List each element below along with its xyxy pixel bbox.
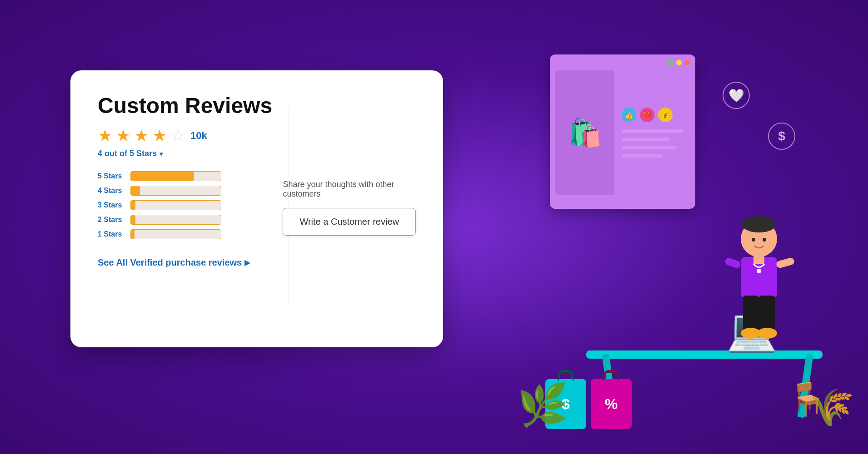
bar-fill-4 bbox=[131, 186, 140, 195]
plant-right: 🌾 bbox=[809, 386, 854, 429]
svg-point-11 bbox=[763, 238, 766, 242]
browser-dot-yellow bbox=[676, 60, 682, 65]
bar-row-2[interactable]: 2 Stars bbox=[98, 215, 229, 225]
svg-rect-4 bbox=[724, 257, 741, 269]
browser-line-4 bbox=[622, 154, 663, 158]
heart-deco-icon: 🤍 bbox=[723, 82, 750, 109]
rating-summary-text: 4 out of 5 Stars bbox=[98, 149, 157, 158]
browser-content: 🛍️ 👍 ❤️ 💰 bbox=[555, 70, 690, 195]
rating-dropdown-arrow[interactable]: ▾ bbox=[160, 150, 163, 158]
browser-dot-green bbox=[668, 60, 673, 65]
bar-fill-2 bbox=[131, 215, 135, 224]
see-all-text: See All Verified purchase reviews bbox=[98, 257, 242, 268]
svg-point-12 bbox=[757, 269, 761, 273]
bar-row-3[interactable]: 3 Stars bbox=[98, 200, 229, 210]
review-card: Custom Reviews ★ ★ ★ ★ ☆ 10k 4 out of 5 … bbox=[70, 70, 443, 347]
browser-dot-red bbox=[684, 60, 690, 65]
dollar-icon: 💰 bbox=[658, 108, 673, 122]
deco-heart-container: 🤍 bbox=[723, 82, 750, 109]
svg-rect-5 bbox=[776, 257, 795, 269]
person-illustration bbox=[713, 212, 804, 359]
bar-label-5: 5 Stars bbox=[98, 172, 125, 180]
thumbs-up-icon: 👍 bbox=[622, 108, 636, 122]
browser-bar bbox=[555, 60, 690, 65]
bar-track-5 bbox=[130, 171, 221, 181]
svg-rect-6 bbox=[743, 296, 759, 332]
svg-point-1 bbox=[742, 216, 776, 232]
browser-line-3 bbox=[622, 146, 676, 149]
browser-line-2 bbox=[622, 138, 669, 141]
bar-track-3 bbox=[130, 200, 221, 210]
bar-label-4: 4 Stars bbox=[98, 187, 125, 195]
review-count: 10k bbox=[190, 130, 207, 142]
share-text: Share your thoughts with other customers bbox=[283, 180, 401, 199]
person-svg bbox=[713, 212, 804, 357]
star-2: ★ bbox=[116, 126, 130, 145]
star-bars-section: 5 Stars 4 Stars 3 Stars bbox=[98, 171, 229, 244]
card-title: Custom Reviews bbox=[98, 93, 416, 118]
svg-rect-3 bbox=[753, 255, 764, 264]
bar-track-4 bbox=[130, 186, 221, 196]
star-5: ☆ bbox=[170, 126, 185, 145]
browser-right-panel: 👍 ❤️ 💰 bbox=[622, 70, 690, 195]
see-all-link[interactable]: See All Verified purchase reviews ▶ bbox=[98, 257, 416, 268]
heart-icon: ❤️ bbox=[640, 108, 654, 122]
browser-icons-row: 👍 ❤️ 💰 bbox=[622, 108, 690, 122]
svg-point-10 bbox=[752, 238, 755, 242]
star-3: ★ bbox=[134, 126, 149, 145]
bar-row-1[interactable]: 1 Stars bbox=[98, 229, 229, 239]
card-right-section: Share your thoughts with other customers… bbox=[283, 171, 416, 244]
star-1: ★ bbox=[98, 126, 112, 145]
browser-line-1 bbox=[622, 129, 683, 133]
bar-label-1: 1 Stars bbox=[98, 230, 125, 238]
svg-point-9 bbox=[757, 328, 777, 339]
browser-window: 🛍️ 👍 ❤️ 💰 bbox=[550, 54, 695, 209]
rating-summary[interactable]: 4 out of 5 Stars ▾ bbox=[98, 149, 416, 158]
bar-row-5[interactable]: 5 Stars bbox=[98, 171, 229, 181]
write-review-button[interactable]: Write a Customer review bbox=[283, 208, 416, 236]
plant-left: 🌿 bbox=[517, 381, 568, 429]
bar-track-2 bbox=[130, 215, 221, 225]
bag-percent-symbol: % bbox=[605, 396, 618, 413]
shopping-bag-browser-icon: 🛍️ bbox=[568, 117, 602, 149]
stars-row: ★ ★ ★ ★ ☆ 10k bbox=[98, 126, 416, 145]
bar-label-2: 2 Stars bbox=[98, 216, 125, 224]
browser-left-panel: 🛍️ bbox=[555, 70, 614, 195]
bag-percent: % bbox=[591, 379, 632, 429]
bar-fill-3 bbox=[131, 201, 135, 210]
see-all-chevron: ▶ bbox=[244, 258, 250, 267]
bar-fill-1 bbox=[131, 230, 135, 239]
svg-rect-7 bbox=[759, 296, 775, 332]
star-bars: 5 Stars 4 Stars 3 Stars bbox=[98, 171, 229, 239]
bar-row-4[interactable]: 4 Stars bbox=[98, 186, 229, 196]
bar-track-1 bbox=[130, 229, 221, 239]
star-4: ★ bbox=[152, 126, 167, 145]
deco-dollar-container: $ bbox=[768, 123, 795, 150]
bar-fill-5 bbox=[131, 172, 194, 181]
page-wrapper: Custom Reviews ★ ★ ★ ★ ☆ 10k 4 out of 5 … bbox=[0, 0, 868, 454]
card-inner: 5 Stars 4 Stars 3 Stars bbox=[98, 171, 416, 244]
dollar-deco-icon: $ bbox=[768, 123, 795, 150]
bar-label-3: 3 Stars bbox=[98, 201, 125, 209]
